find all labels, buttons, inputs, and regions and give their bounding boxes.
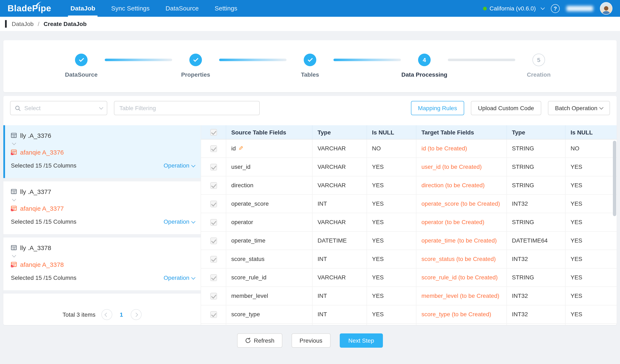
table-row: user_idVARCHARYESuser_id (to be Created)… [201, 158, 617, 176]
chevron-down-icon[interactable] [11, 253, 195, 259]
list-divider [3, 234, 201, 238]
step-label: Creation [527, 71, 551, 78]
nav-item-sync-settings[interactable]: Sync Settings [111, 0, 150, 17]
avatar[interactable] [600, 2, 612, 15]
chevron-down-icon [191, 163, 195, 167]
target-field: member_level (to be Created) [416, 287, 507, 305]
footer-actions: Refresh Previous Next Step [0, 334, 620, 348]
selected-columns-label: Selected 15 /15 Columns [11, 162, 77, 169]
next-step-button[interactable]: Next Step [340, 334, 383, 348]
target-field: id (to be Created) [416, 139, 507, 158]
refresh-button[interactable]: Refresh [237, 334, 282, 348]
upload-custom-code-button[interactable]: Upload Custom Code [471, 101, 541, 115]
table-row: operate_scoreINTYESoperate_score (to be … [201, 195, 617, 213]
target-table-name: afanqie A_3376 [20, 149, 64, 156]
source-nullable: YES [367, 305, 416, 324]
row-checkbox[interactable] [210, 219, 217, 226]
nav-item-datajob[interactable]: DataJob [70, 0, 95, 17]
target-table-name: afanqie A_3378 [20, 261, 64, 268]
operation-link[interactable]: Operation [164, 274, 195, 281]
batch-operation-button[interactable]: Batch Operation [548, 101, 610, 115]
source-type: INT [312, 250, 367, 269]
row-checkbox[interactable] [210, 311, 217, 318]
pagination-next-button[interactable] [130, 309, 141, 320]
check-icon [193, 57, 198, 62]
pagination-page-1[interactable]: 1 [118, 311, 125, 318]
chevron-down-icon [541, 5, 545, 10]
step-number: 4 [418, 54, 431, 66]
table-select[interactable]: Select [10, 101, 107, 115]
row-checkbox[interactable] [210, 256, 217, 262]
region-selector[interactable]: California (v0.6.0) [483, 5, 544, 12]
source-type: INT [312, 195, 367, 213]
table-icon [11, 245, 17, 250]
search-icon [15, 105, 21, 111]
row-checkbox[interactable] [210, 145, 217, 152]
mapping-rules-button[interactable]: Mapping Rules [411, 101, 464, 115]
step-creation: 5Creation [515, 54, 562, 78]
source-field: score_status [226, 250, 312, 269]
page: BladePipe DataJobSync SettingsDataSource… [0, 0, 620, 364]
target-nullable: YES [566, 269, 617, 287]
pagination-prev-button[interactable] [101, 309, 112, 320]
target-type: INT32 [507, 305, 566, 324]
chevron-down-icon[interactable] [11, 197, 195, 203]
table-list-item[interactable]: lly .A_3378afanqie A_3378Selected 15 /15… [3, 238, 201, 290]
breadcrumb-datajob[interactable]: DataJob [12, 20, 33, 27]
select-all-checkbox[interactable] [210, 129, 217, 136]
nav-item-datasource[interactable]: DataSource [166, 0, 199, 17]
target-nullable: YES [566, 213, 617, 232]
source-field: direction [226, 176, 312, 195]
source-type: VARCHAR [312, 176, 367, 195]
step-check-icon [75, 54, 88, 66]
scrollbar-thumb[interactable] [613, 141, 616, 216]
source-type: VARCHAR [312, 269, 367, 287]
target-type: STRING [507, 269, 566, 287]
column-header-is-null-2: Is NULL [367, 125, 416, 139]
chevron-down-icon [99, 105, 103, 109]
help-icon[interactable]: ? [551, 4, 560, 13]
selected-columns-label: Selected 15 /15 Columns [11, 274, 77, 281]
row-checkbox[interactable] [210, 164, 217, 170]
nav-item-settings[interactable]: Settings [215, 0, 237, 17]
refresh-label: Refresh [254, 337, 274, 344]
person-icon [601, 5, 611, 14]
previous-button[interactable]: Previous [292, 334, 330, 348]
table-list-panel: lly .A_3376afanqie A_3376Selected 15 /15… [3, 125, 201, 325]
operation-link[interactable]: Operation [164, 162, 195, 169]
source-nullable: YES [367, 176, 416, 195]
source-nullable: NO [367, 139, 416, 158]
target-field: score_type (to be Created) [416, 305, 507, 324]
table-list-item[interactable]: lly .A_3376afanqie A_3376Selected 15 /15… [3, 125, 201, 178]
table-list-item[interactable]: lly .A_3377afanqie A_3377Selected 15 /15… [3, 181, 201, 234]
source-nullable: YES [367, 269, 416, 287]
row-checkbox[interactable] [210, 274, 217, 281]
table-list: lly .A_3376afanqie A_3376Selected 15 /15… [3, 125, 201, 294]
target-field: operate_time (to be Created) [416, 232, 507, 250]
check-icon [308, 57, 312, 62]
left-filler: Total 3 items 1 [3, 294, 201, 325]
row-checkbox[interactable] [210, 182, 217, 189]
main-card: Select Mapping Rules Upload Custom Code … [3, 96, 617, 325]
table-row-partial [201, 324, 617, 325]
target-field: operate_score (to be Created) [416, 195, 507, 213]
username-blurred [566, 6, 593, 11]
edit-icon[interactable]: ✎ [238, 145, 243, 152]
column-header-target-table-fields-3: Target Table Fields [416, 125, 507, 139]
table-row: member_levelINTYESmember_level (to be Cr… [201, 287, 617, 305]
source-field: score_type [226, 305, 312, 324]
chevron-down-icon[interactable] [11, 140, 195, 147]
stepper-steps: DataSourcePropertiesTables4Data Processi… [58, 54, 562, 78]
refresh-icon [245, 338, 251, 344]
brand-logo[interactable]: BladePipe [8, 3, 51, 13]
row-checkbox[interactable] [210, 293, 217, 299]
target-table-icon [11, 205, 17, 211]
row-checkbox[interactable] [210, 200, 217, 207]
table-row: operatorVARCHARYESoperator (to be Create… [201, 213, 617, 232]
table-row: score_rule_idVARCHARYESscore_rule_id (to… [201, 269, 617, 287]
operation-link[interactable]: Operation [164, 218, 195, 225]
table-filter-input[interactable] [114, 101, 260, 115]
row-checkbox[interactable] [210, 237, 217, 244]
scrollbar-track[interactable] [613, 139, 616, 325]
chevron-down-icon [191, 275, 195, 280]
